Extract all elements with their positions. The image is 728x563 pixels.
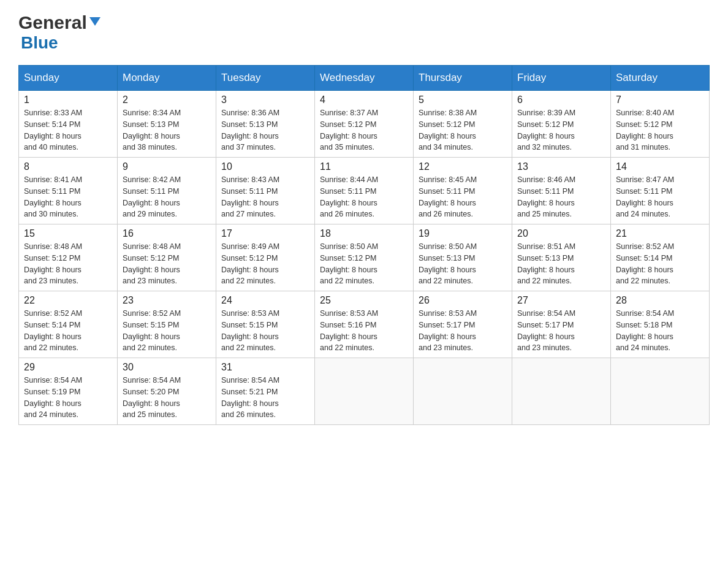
day-info: Sunrise: 8:39 AMSunset: 5:12 PMDaylight:… [517,107,605,153]
calendar-week-row: 22Sunrise: 8:52 AMSunset: 5:14 PMDayligh… [19,291,710,358]
day-info: Sunrise: 8:54 AMSunset: 5:18 PMDaylight:… [616,308,704,354]
calendar-cell [414,358,512,425]
calendar-cell: 23Sunrise: 8:52 AMSunset: 5:15 PMDayligh… [118,291,216,358]
day-info: Sunrise: 8:53 AMSunset: 5:16 PMDaylight:… [320,308,408,354]
day-number: 1 [24,94,112,105]
day-number: 22 [24,295,112,306]
day-number: 3 [221,94,309,105]
calendar-cell: 29Sunrise: 8:54 AMSunset: 5:19 PMDayligh… [19,358,118,425]
day-info: Sunrise: 8:50 AMSunset: 5:13 PMDaylight:… [419,241,507,287]
day-info: Sunrise: 8:48 AMSunset: 5:12 PMDaylight:… [123,241,211,287]
calendar-cell: 12Sunrise: 8:45 AMSunset: 5:11 PMDayligh… [414,158,512,224]
day-info: Sunrise: 8:44 AMSunset: 5:11 PMDaylight:… [320,174,408,220]
day-info: Sunrise: 8:47 AMSunset: 5:11 PMDaylight:… [616,174,704,220]
calendar-cell: 18Sunrise: 8:50 AMSunset: 5:12 PMDayligh… [315,224,414,291]
day-number: 25 [320,295,408,306]
calendar-cell [611,358,710,425]
day-number: 13 [517,161,605,172]
day-number: 16 [123,228,211,239]
day-number: 4 [320,94,408,105]
day-number: 30 [123,362,211,373]
calendar-cell: 14Sunrise: 8:47 AMSunset: 5:11 PMDayligh… [611,158,710,224]
day-number: 20 [517,228,605,239]
calendar-cell: 11Sunrise: 8:44 AMSunset: 5:11 PMDayligh… [315,158,414,224]
calendar-cell: 13Sunrise: 8:46 AMSunset: 5:11 PMDayligh… [512,158,611,224]
day-number: 8 [24,161,112,172]
day-info: Sunrise: 8:54 AMSunset: 5:21 PMDaylight:… [221,375,309,421]
day-number: 21 [616,228,704,239]
calendar-cell: 24Sunrise: 8:53 AMSunset: 5:15 PMDayligh… [216,291,315,358]
day-info: Sunrise: 8:42 AMSunset: 5:11 PMDaylight:… [123,174,211,220]
day-info: Sunrise: 8:52 AMSunset: 5:14 PMDaylight:… [616,241,704,287]
day-info: Sunrise: 8:43 AMSunset: 5:11 PMDaylight:… [221,174,309,220]
calendar-cell [512,358,611,425]
day-info: Sunrise: 8:52 AMSunset: 5:15 PMDaylight:… [123,308,211,354]
logo-blue-text: Blue [21,33,58,53]
day-info: Sunrise: 8:53 AMSunset: 5:17 PMDaylight:… [419,308,507,354]
calendar-cell: 28Sunrise: 8:54 AMSunset: 5:18 PMDayligh… [611,291,710,358]
page-header: General Blue [18,12,710,53]
logo: General Blue [18,12,102,53]
day-info: Sunrise: 8:48 AMSunset: 5:12 PMDaylight:… [24,241,112,287]
svg-marker-0 [89,17,100,26]
day-info: Sunrise: 8:50 AMSunset: 5:12 PMDaylight:… [320,241,408,287]
day-number: 31 [221,362,309,373]
day-info: Sunrise: 8:46 AMSunset: 5:11 PMDaylight:… [517,174,605,220]
calendar-cell: 3Sunrise: 8:36 AMSunset: 5:13 PMDaylight… [216,91,315,158]
calendar-cell [315,358,414,425]
calendar-cell: 25Sunrise: 8:53 AMSunset: 5:16 PMDayligh… [315,291,414,358]
col-header-sunday: Sunday [19,66,118,91]
day-number: 9 [123,161,211,172]
calendar-cell: 9Sunrise: 8:42 AMSunset: 5:11 PMDaylight… [118,158,216,224]
calendar-cell: 31Sunrise: 8:54 AMSunset: 5:21 PMDayligh… [216,358,315,425]
calendar-cell: 2Sunrise: 8:34 AMSunset: 5:13 PMDaylight… [118,91,216,158]
day-number: 5 [419,94,507,105]
calendar-cell: 5Sunrise: 8:38 AMSunset: 5:12 PMDaylight… [414,91,512,158]
calendar-cell: 17Sunrise: 8:49 AMSunset: 5:12 PMDayligh… [216,224,315,291]
day-info: Sunrise: 8:34 AMSunset: 5:13 PMDaylight:… [123,107,211,153]
calendar-cell: 20Sunrise: 8:51 AMSunset: 5:13 PMDayligh… [512,224,611,291]
calendar-cell: 1Sunrise: 8:33 AMSunset: 5:14 PMDaylight… [19,91,118,158]
calendar-cell: 19Sunrise: 8:50 AMSunset: 5:13 PMDayligh… [414,224,512,291]
day-info: Sunrise: 8:49 AMSunset: 5:12 PMDaylight:… [221,241,309,287]
calendar-week-row: 29Sunrise: 8:54 AMSunset: 5:19 PMDayligh… [19,358,710,425]
day-number: 10 [221,161,309,172]
col-header-tuesday: Tuesday [216,66,315,91]
calendar-cell: 4Sunrise: 8:37 AMSunset: 5:12 PMDaylight… [315,91,414,158]
day-info: Sunrise: 8:40 AMSunset: 5:12 PMDaylight:… [616,107,704,153]
logo-general-text: General [18,12,87,33]
day-number: 28 [616,295,704,306]
day-info: Sunrise: 8:41 AMSunset: 5:11 PMDaylight:… [24,174,112,220]
day-number: 19 [419,228,507,239]
day-number: 14 [616,161,704,172]
day-info: Sunrise: 8:36 AMSunset: 5:13 PMDaylight:… [221,107,309,153]
day-info: Sunrise: 8:45 AMSunset: 5:11 PMDaylight:… [419,174,507,220]
calendar-week-row: 15Sunrise: 8:48 AMSunset: 5:12 PMDayligh… [19,224,710,291]
day-number: 7 [616,94,704,105]
day-number: 29 [24,362,112,373]
day-info: Sunrise: 8:38 AMSunset: 5:12 PMDaylight:… [419,107,507,153]
day-number: 6 [517,94,605,105]
col-header-saturday: Saturday [611,66,710,91]
day-info: Sunrise: 8:52 AMSunset: 5:14 PMDaylight:… [24,308,112,354]
day-number: 17 [221,228,309,239]
day-number: 26 [419,295,507,306]
day-number: 24 [221,295,309,306]
day-number: 18 [320,228,408,239]
day-info: Sunrise: 8:54 AMSunset: 5:20 PMDaylight:… [123,375,211,421]
day-number: 12 [419,161,507,172]
col-header-friday: Friday [512,66,611,91]
day-info: Sunrise: 8:37 AMSunset: 5:12 PMDaylight:… [320,107,408,153]
calendar-table: SundayMondayTuesdayWednesdayThursdayFrid… [18,65,710,425]
day-info: Sunrise: 8:51 AMSunset: 5:13 PMDaylight:… [517,241,605,287]
calendar-cell: 15Sunrise: 8:48 AMSunset: 5:12 PMDayligh… [19,224,118,291]
calendar-cell: 21Sunrise: 8:52 AMSunset: 5:14 PMDayligh… [611,224,710,291]
day-number: 27 [517,295,605,306]
logo-arrow-icon [88,15,102,28]
calendar-cell: 27Sunrise: 8:54 AMSunset: 5:17 PMDayligh… [512,291,611,358]
calendar-cell: 16Sunrise: 8:48 AMSunset: 5:12 PMDayligh… [118,224,216,291]
day-info: Sunrise: 8:54 AMSunset: 5:17 PMDaylight:… [517,308,605,354]
col-header-wednesday: Wednesday [315,66,414,91]
col-header-thursday: Thursday [414,66,512,91]
calendar-cell: 22Sunrise: 8:52 AMSunset: 5:14 PMDayligh… [19,291,118,358]
